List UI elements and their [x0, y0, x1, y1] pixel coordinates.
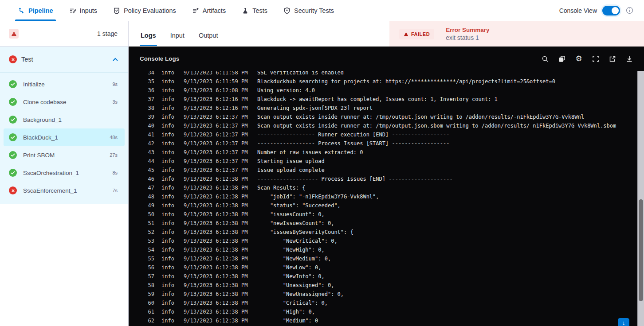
log-line-number: 45 [146, 167, 154, 173]
log-message: "issuesCount": 0, [257, 211, 325, 217]
tab-output[interactable]: Output [198, 32, 219, 46]
step-item-print-sbom[interactable]: Print SBOM27s [4, 146, 125, 164]
tab-pipeline-label: Pipeline [28, 7, 53, 14]
step-item-blackduck-1[interactable]: BlackDuck_148s [4, 128, 125, 146]
log-row: 53info9/13/2023 6:12:38 PM "NewCritical"… [129, 237, 637, 245]
log-timestamp: 9/13/2023 6:12:38 PM [184, 247, 255, 253]
log-level: info [161, 211, 176, 217]
step-item-clone-codebase[interactable]: Clone codebase3s [4, 93, 125, 111]
settings-gear-icon[interactable]: ⚙ [575, 55, 583, 63]
log-message: ------------------- Process Issues [END]… [257, 176, 453, 182]
log-line-number: 52 [146, 229, 154, 235]
step-duration: 7s [112, 188, 118, 193]
tab-pipeline[interactable]: Pipeline [18, 0, 53, 21]
console-view-toggle[interactable] [602, 6, 620, 16]
log-row: 38info9/13/2023 6:12:16 PMGenerating spd… [129, 104, 637, 113]
log-viewer[interactable]: 34info9/13/2023 6:11:58 PMSSL verificati… [129, 71, 644, 326]
log-row: 54info9/13/2023 6:12:38 PM "NewHigh": 0, [129, 245, 637, 254]
topnav-right: Console View [559, 6, 633, 16]
success-icon [9, 151, 17, 159]
tab-tests[interactable]: Tests [242, 0, 267, 21]
log-line-number: 48 [146, 194, 154, 200]
log-line-number: 58 [146, 282, 154, 288]
sidebar-header: 1 stage [0, 21, 128, 47]
tab-inputs-label: Inputs [80, 7, 98, 14]
open-in-new-icon[interactable] [609, 55, 617, 63]
log-message: "status": "Succeeded", [257, 202, 341, 209]
log-level: info [161, 273, 176, 279]
log-message: Using version: 4.0 [257, 87, 315, 93]
tab-security-tests[interactable]: Security Tests [283, 0, 334, 21]
log-timestamp: 9/13/2023 6:12:16 PM [184, 96, 255, 102]
log-message: "Medium": 0 [257, 318, 318, 324]
log-level: info [161, 318, 176, 324]
fullscreen-icon[interactable] [592, 55, 600, 63]
log-message: Scan output exists inside runner at: /tm… [257, 123, 616, 129]
tab-policy-evaluations[interactable]: Policy Evaluations [113, 0, 176, 21]
tab-input[interactable]: Input [169, 32, 185, 46]
step-item-initialize[interactable]: Initialize9s [4, 75, 125, 93]
success-icon [9, 98, 17, 106]
step-item-sscaorchestration-1[interactable]: SscaOrchestration_18s [4, 164, 125, 182]
top-navigation: Pipeline Inputs Policy Evaluations [0, 0, 644, 21]
console-logs-title: Console Logs [140, 55, 179, 62]
tab-tests-label: Tests [252, 7, 267, 14]
error-summary-message: exit status 1 [446, 34, 489, 41]
log-row: 34info9/13/2023 6:11:58 PMSSL verificati… [129, 71, 637, 77]
log-message: Scan output exists inside runner at: /tm… [257, 114, 584, 120]
log-line-number: 61 [146, 309, 154, 315]
step-item-sscaenforcement-1[interactable]: SscaEnforcement_17s [4, 182, 125, 199]
info-icon[interactable] [625, 7, 633, 15]
flask-icon [242, 7, 249, 14]
log-message: "issuesBySeverityCount": { [257, 229, 353, 235]
console-panel: Console Logs ⚙ [129, 47, 644, 326]
error-summary-title: Error Summary [446, 27, 489, 33]
step-item-background-1[interactable]: Background_1 [4, 111, 125, 128]
log-row: 56info9/13/2023 6:12:38 PM "NewLow": 0, [129, 263, 637, 272]
log-row: 40info9/13/2023 6:12:37 PMScan output ex… [129, 121, 637, 130]
chevron-up-icon[interactable] [112, 55, 118, 63]
log-scrollbar-thumb[interactable] [639, 199, 643, 301]
log-row: 61info9/13/2023 6:12:38 PM "High": 0, [129, 307, 637, 316]
log-row: 59info9/13/2023 6:12:38 PM "NewUnassigne… [129, 290, 637, 299]
log-line-number: 39 [146, 114, 154, 120]
stage-header-test[interactable]: Test [0, 47, 128, 72]
copy-icon[interactable] [558, 55, 566, 63]
tab-logs[interactable]: Logs [140, 32, 157, 46]
log-message: "NewMedium": 0, [257, 256, 331, 262]
log-level: info [161, 78, 176, 85]
tab-security-tests-label: Security Tests [294, 7, 334, 14]
log-line-number: 42 [146, 140, 154, 147]
log-timestamp: 9/13/2023 6:12:37 PM [184, 167, 255, 173]
log-timestamp: 9/13/2023 6:12:38 PM [184, 291, 255, 297]
download-icon[interactable] [625, 55, 633, 63]
log-level: info [161, 176, 176, 182]
log-row: 45info9/13/2023 6:12:37 PMIssue upload c… [129, 166, 637, 175]
log-line-number: 43 [146, 149, 154, 155]
stage-count: 1 stage [97, 30, 118, 37]
stage-failed-icon [9, 55, 17, 63]
log-level: info [161, 149, 176, 155]
pipeline-execution-page: Pipeline Inputs Policy Evaluations [0, 0, 644, 326]
log-level: info [161, 220, 176, 226]
log-line-number: 44 [146, 158, 154, 164]
log-row: 44info9/13/2023 6:12:37 PMStarting issue… [129, 157, 637, 166]
tab-artifacts[interactable]: Artifacts [192, 0, 226, 21]
stage-title: Test [21, 56, 108, 63]
step-name: Print SBOM [23, 152, 103, 159]
log-row: 49info9/13/2023 6:12:38 PM "status": "Su… [129, 201, 637, 210]
scroll-to-bottom-button[interactable]: ↓ [618, 318, 629, 326]
step-duration: 27s [110, 152, 118, 158]
tab-inputs[interactable]: Inputs [69, 0, 98, 21]
step-name: BlackDuck_1 [23, 134, 103, 141]
log-timestamp: 9/13/2023 6:12:37 PM [184, 114, 255, 120]
log-level: info [161, 264, 176, 271]
log-timestamp: 9/13/2023 6:12:38 PM [184, 220, 255, 226]
main-panel: Logs Input Output FAILED Error Sum [129, 21, 644, 326]
console-header: Console Logs ⚙ [129, 47, 644, 71]
inputs-icon [69, 7, 76, 14]
search-icon[interactable] [541, 55, 549, 63]
log-line-number: 56 [146, 264, 154, 271]
log-scrollbar[interactable] [637, 71, 644, 326]
log-line-number: 36 [146, 87, 154, 93]
